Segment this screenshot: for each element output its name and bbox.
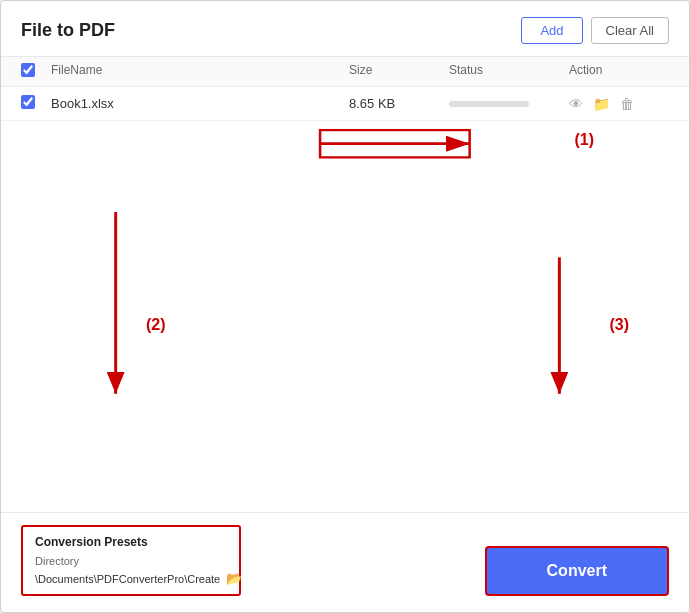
annotation-3-label: (3)	[609, 316, 629, 334]
row-status	[449, 101, 569, 107]
svg-rect-2	[320, 130, 470, 157]
presets-path-row: \Documents\PDFConverterPro\Create 📂	[35, 571, 227, 586]
row-actions: 👁 📁 🗑	[569, 96, 669, 112]
annotations-svg	[1, 121, 689, 512]
row-checkbox[interactable]	[21, 95, 35, 109]
select-all-checkbox[interactable]	[21, 63, 35, 77]
filename-header: FileName	[51, 63, 349, 80]
annotation-2-label: (2)	[146, 316, 166, 334]
clear-all-button[interactable]: Clear All	[591, 17, 669, 44]
add-button[interactable]: Add	[521, 17, 582, 44]
directory-label: Directory	[35, 555, 227, 567]
header-buttons: Add Clear All	[521, 17, 669, 44]
size-header: Size	[349, 63, 449, 80]
presets-title: Conversion Presets	[35, 535, 227, 549]
delete-icon[interactable]: 🗑	[620, 96, 634, 112]
annotation-1-label: (1)	[574, 131, 594, 149]
content-area: (1) (2) (3)	[1, 121, 689, 512]
conversion-presets-panel: Conversion Presets Directory \Documents\…	[21, 525, 241, 596]
table-row: Book1.xlsx 8.65 KB 👁 📁 🗑	[1, 87, 689, 121]
status-header: Status	[449, 63, 569, 80]
directory-path-text: \Documents\PDFConverterPro\Create	[35, 573, 220, 585]
convert-button[interactable]: Convert	[485, 546, 669, 596]
bottom-section: Conversion Presets Directory \Documents\…	[1, 512, 689, 612]
row-size: 8.65 KB	[349, 96, 449, 111]
action-header: Action	[569, 63, 669, 80]
main-window: File to PDF Add Clear All FileName Size …	[0, 0, 690, 613]
status-progress-bar	[449, 101, 529, 107]
page-title: File to PDF	[21, 20, 115, 41]
checkbox-header-cell	[21, 63, 51, 80]
row-checkbox-cell	[21, 95, 51, 112]
header: File to PDF Add Clear All	[1, 1, 689, 57]
view-icon[interactable]: 👁	[569, 96, 583, 112]
browse-folder-icon[interactable]: 📂	[226, 571, 242, 586]
row-filename: Book1.xlsx	[51, 96, 349, 111]
table-header: FileName Size Status Action	[1, 57, 689, 87]
folder-icon[interactable]: 📁	[593, 96, 610, 112]
